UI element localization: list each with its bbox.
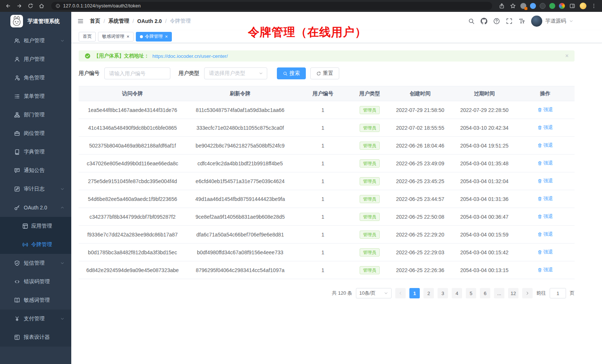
site-info-icon[interactable] — [56, 4, 60, 8]
search-icon — [283, 71, 288, 76]
pagination-page-button[interactable]: 2 — [423, 288, 434, 298]
sidebar-item-tenant[interactable]: 租户管理 — [0, 32, 71, 50]
url-bar[interactable]: 127.0.0.1:1024/system/oauth2/token — [51, 2, 492, 10]
tab-sensitive-word[interactable]: 敏感词管理× — [98, 32, 134, 42]
tab-close-icon[interactable]: × — [165, 34, 168, 39]
sidebar-item-oauth2[interactable]: OAuth 2.0 — [0, 198, 71, 217]
cell-user-type: 管理员 — [352, 244, 387, 261]
app-logo[interactable]: 芋道管理系统 — [0, 12, 71, 30]
browser-menu-icon[interactable] — [590, 2, 598, 10]
cell-refresh-token: e6cfd40eb1f54571a31e775e039c4624 — [186, 172, 294, 190]
force-logout-button[interactable]: 强退 — [537, 160, 553, 166]
pagination-page-button[interactable]: 1 — [409, 288, 420, 298]
alert-doc-link[interactable]: https://doc.iocoder.cn/user-center/ — [153, 53, 228, 59]
pagination-next-button[interactable] — [522, 288, 533, 298]
pagination-more-button[interactable]: ... — [494, 288, 504, 298]
browser-back-button[interactable] — [4, 2, 12, 10]
table-row: c342377bf8b344799dcbf7bf095287f29ce8ef2a… — [79, 208, 575, 226]
force-logout-button[interactable]: 强退 — [537, 213, 553, 220]
fullscreen-icon[interactable] — [506, 18, 513, 24]
sidebar-item-notice[interactable]: 通知公告 — [0, 161, 71, 180]
search-icon[interactable] — [468, 18, 475, 24]
force-logout-button[interactable]: 强退 — [537, 195, 553, 202]
sidebar-item-post[interactable]: 岗位管理 — [0, 124, 71, 143]
user-id-input[interactable] — [104, 67, 170, 79]
pagination-page-button[interactable]: 6 — [480, 288, 490, 298]
sidebar-item-audit-log[interactable]: 审计日志 — [0, 180, 71, 198]
url-text: 127.0.0.1:1024/system/oauth2/token — [63, 3, 141, 9]
pagination-page-button[interactable]: 12 — [508, 288, 518, 298]
user-type-select[interactable]: 请选择用户类型 — [204, 67, 267, 79]
sidebar-item-oauth2-app[interactable]: 应用管理 — [0, 217, 71, 235]
reset-button[interactable]: 重置 — [310, 67, 339, 79]
browser-toolbar: 127.0.0.1:1024/system/oauth2/token — [0, 0, 602, 12]
user-menu[interactable]: 芋道源码 — [531, 16, 573, 27]
app: 芋道管理系统 租户管理用户管理角色管理菜单管理部门管理岗位管理字典管理通知公告审… — [0, 12, 602, 364]
browser-forward-button[interactable] — [16, 2, 23, 10]
active-tab-dot — [140, 35, 143, 38]
table-row: 6d842e2924594de9a09e45e087323abe8796295f… — [79, 261, 575, 279]
pagination-page-button[interactable]: 4 — [452, 288, 462, 298]
sidebar-item-menu[interactable]: 菜单管理 — [0, 87, 71, 106]
pagination-prev-button[interactable] — [395, 288, 406, 298]
goto-page-input[interactable] — [550, 288, 566, 298]
user-type-badge: 管理员 — [360, 142, 380, 150]
sidebar-item-report-designer[interactable]: 报表设计器 — [0, 328, 71, 347]
pagination-page-button[interactable]: 3 — [438, 288, 448, 298]
extension-icon[interactable] — [520, 3, 526, 9]
column-header: 用户类型 — [352, 86, 387, 101]
cell-expires-at: 2054-03-10 20:42:34 — [453, 119, 516, 137]
force-logout-button[interactable]: 强退 — [537, 178, 553, 184]
github-icon[interactable] — [481, 18, 487, 24]
force-logout-button[interactable]: 强退 — [537, 124, 553, 131]
extension-icon[interactable] — [559, 3, 565, 9]
search-button[interactable]: 搜索 — [277, 67, 306, 79]
bookmark-star-icon[interactable] — [509, 2, 517, 10]
share-icon[interactable] — [498, 2, 506, 10]
sidebar-item-oauth2-token[interactable]: 令牌管理 — [0, 235, 71, 254]
page-size-select[interactable]: 10条/页 — [356, 288, 392, 298]
tab-close-icon[interactable]: × — [127, 34, 130, 39]
app-window-icon — [22, 223, 28, 229]
pagination-page-button[interactable]: 5 — [466, 288, 476, 298]
force-logout-button[interactable]: 强退 — [537, 267, 553, 273]
tab-home[interactable]: 首页 — [79, 32, 96, 42]
sidebar-item-sensitive-word[interactable]: 敏感词管理 — [0, 291, 71, 310]
sidebar-item-dept[interactable]: 部门管理 — [0, 106, 71, 124]
sidebar-item-sms[interactable]: 短信管理 — [0, 254, 71, 272]
sidebar-item-role[interactable]: 角色管理 — [0, 69, 71, 87]
breadcrumb-item[interactable]: 系统管理 — [108, 18, 129, 24]
extension-icon[interactable] — [540, 3, 546, 9]
side-panel-icon[interactable] — [569, 2, 576, 10]
browser-profile-avatar[interactable] — [580, 3, 586, 9]
close-icon[interactable]: × — [565, 53, 569, 59]
cell-access-token: b0d1785bc3a8482f812db4a3f3bd15ec — [79, 244, 186, 261]
browser-reload-button[interactable] — [27, 2, 34, 10]
force-logout-button[interactable]: 强退 — [537, 231, 553, 238]
help-icon[interactable] — [493, 18, 500, 24]
extension-icon[interactable] — [530, 3, 536, 9]
hamburger-menu-icon[interactable] — [77, 18, 84, 24]
tenant-users-icon — [14, 38, 20, 44]
tab-label: 敏感词管理 — [102, 33, 124, 40]
breadcrumb-item[interactable]: 首页 — [90, 18, 100, 24]
sms-shield-icon — [14, 260, 20, 266]
font-size-icon[interactable] — [518, 18, 525, 24]
cell-created-at: 2022-06-25 22:50:08 — [387, 208, 453, 226]
extension-icon[interactable] — [549, 3, 555, 9]
force-logout-button[interactable]: 强退 — [537, 106, 553, 113]
cell-refresh-token: b0df4980ffd34c67a08f9156e4eee733 — [186, 244, 294, 261]
role-icon — [14, 75, 20, 81]
breadcrumb-item[interactable]: OAuth 2.0 — [137, 18, 162, 24]
sidebar-item-pay[interactable]: 支付管理 — [0, 310, 71, 328]
force-logout-button[interactable]: 强退 — [537, 142, 553, 149]
force-logout-button[interactable]: 强退 — [537, 249, 553, 255]
sidebar-item-user[interactable]: 用户管理 — [0, 50, 71, 69]
cell-refresh-token: 811c530487574fa0af1a59d3abc1aa66 — [186, 101, 294, 119]
sidebar-item-error-code[interactable]: 错误码管理 — [0, 272, 71, 291]
browser-home-button[interactable] — [38, 2, 45, 10]
chevron-down-icon — [384, 291, 388, 295]
sidebar-item-dict[interactable]: 字典管理 — [0, 143, 71, 161]
cell-user-type: 管理员 — [352, 208, 387, 226]
tab-oauth2-token[interactable]: 令牌管理× — [136, 32, 172, 42]
